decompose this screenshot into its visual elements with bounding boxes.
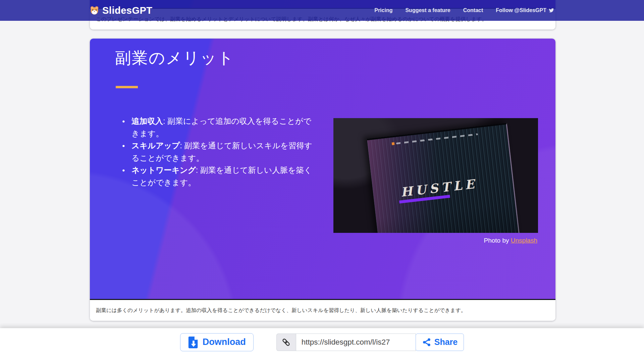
- slide-title: 副業のメリット: [115, 47, 234, 69]
- follow-label: Follow @SlidesGPT: [496, 7, 546, 13]
- title-underline: [116, 86, 138, 88]
- brand[interactable]: SlidesGPT: [90, 5, 153, 16]
- twitter-icon: [549, 8, 554, 13]
- slide-card: 副業のメリット 追加収入: 副業によって追加の収入を得ることができます。 スキル…: [90, 39, 555, 321]
- bullet-item: 追加収入: 副業によって追加の収入を得ることができます。: [122, 115, 318, 140]
- page: このプレゼンテーションでは、副業を始めるメリットとデメリットについて説明します。…: [0, 0, 644, 356]
- photo-credit: Photo by Unsplash: [484, 237, 538, 244]
- navbar-inner: SlidesGPT Pricing Suggest a feature Cont…: [89, 5, 555, 16]
- url-addon: [276, 334, 296, 351]
- photo-credit-prefix: Photo by: [484, 237, 511, 244]
- slide-photo: HUSTLE: [333, 118, 538, 233]
- laptop-screen: [367, 123, 523, 233]
- bullet-term: スキルアップ: [131, 141, 180, 150]
- share-button[interactable]: Share: [416, 334, 464, 351]
- bullet-item: ネットワーキング: 副業を通じて新しい人脈を築くことができます。: [122, 164, 318, 189]
- download-icon: [188, 336, 199, 349]
- share-url-input[interactable]: [296, 334, 416, 351]
- share-label: Share: [434, 337, 458, 347]
- bullet-term: ネットワーキング: [131, 166, 196, 174]
- nav-link-contact[interactable]: Contact: [463, 7, 483, 13]
- nav-link-suggest-feature[interactable]: Suggest a feature: [405, 7, 450, 13]
- slide-caption: 副業には多くのメリットがあります。追加の収入を得ることができるだけでなく、新しい…: [90, 300, 555, 321]
- bullet-term: 追加収入: [131, 117, 163, 125]
- menubar-accent-icon: [392, 142, 395, 145]
- hamster-logo-icon: [90, 6, 99, 15]
- navbar: SlidesGPT Pricing Suggest a feature Cont…: [0, 0, 644, 21]
- nav-link-follow-twitter[interactable]: Follow @SlidesGPT: [496, 7, 554, 13]
- share-icon: [422, 338, 431, 347]
- laptop-menubar: [396, 134, 478, 145]
- nav-links: Pricing Suggest a feature Contact Follow…: [374, 7, 554, 13]
- bullet-list: 追加収入: 副業によって追加の収入を得ることができます。 スキルアップ: 副業を…: [122, 115, 318, 189]
- link-icon: [282, 338, 290, 347]
- slide: 副業のメリット 追加収入: 副業によって追加の収入を得ることができます。 スキル…: [90, 39, 555, 300]
- bullet-item: スキルアップ: 副業を通じて新しいスキルを習得することができます。: [122, 140, 318, 164]
- nav-link-pricing[interactable]: Pricing: [374, 7, 392, 13]
- download-button[interactable]: Download: [180, 333, 254, 351]
- download-label: Download: [203, 337, 246, 347]
- bottom-toolbar: Download: [0, 328, 644, 356]
- share-url-group: Share: [276, 334, 464, 351]
- unsplash-link[interactable]: Unsplash: [511, 237, 537, 244]
- brand-title: SlidesGPT: [102, 5, 153, 16]
